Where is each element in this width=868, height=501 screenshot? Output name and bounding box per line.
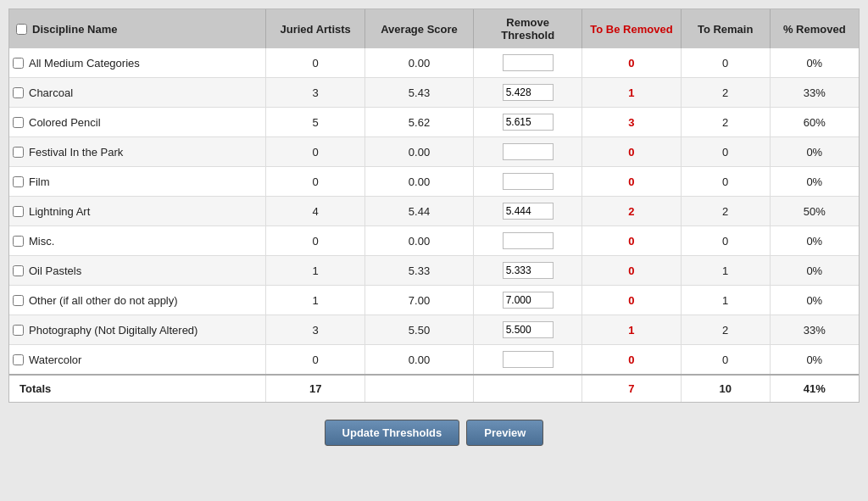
col-to-be-removed-header: To Be Removed [582,9,682,48]
threshold-input[interactable] [503,262,554,279]
col-remove-thresh-header: Remove Threshold [474,9,582,48]
juried-artists-cell: 1 [266,286,365,315]
pct-removed-cell: 0% [770,345,859,376]
pct-removed-cell: 50% [770,197,859,226]
average-score-cell: 5.50 [364,315,473,345]
discipline-cell: Colored Pencil [9,108,266,137]
row-checkbox[interactable] [13,325,24,336]
row-checkbox[interactable] [13,354,24,365]
update-thresholds-button[interactable]: Update Thresholds [325,420,460,446]
threshold-input[interactable] [503,173,554,190]
totals-label: Totals [9,375,266,402]
table-row: Festival In the Park00.00000% [9,137,859,167]
threshold-input[interactable] [503,114,554,131]
to-be-removed-cell: 1 [582,315,682,345]
threshold-input[interactable] [503,321,554,338]
discipline-name-text: Colored Pencil [29,116,101,129]
discipline-cell: Other (if all other do not apply) [9,286,266,315]
discipline-cell: All Medium Categories [9,48,266,78]
to-remain-cell: 0 [681,226,770,256]
average-score-cell: 7.00 [364,286,473,315]
select-all-checkbox[interactable] [16,24,27,35]
to-remain-cell: 2 [681,78,770,108]
threshold-cell [474,256,582,286]
row-checkbox[interactable] [13,87,24,98]
juried-artists-cell: 0 [266,48,365,78]
pct-removed-cell: 0% [770,167,859,197]
threshold-cell [474,286,582,315]
row-checkbox[interactable] [13,58,24,69]
row-checkbox[interactable] [13,236,24,247]
discipline-name-text: Misc. [29,235,54,248]
discipline-name-text: Watercolor [29,353,81,366]
table-row: Other (if all other do not apply)17.0001… [9,286,859,315]
preview-button[interactable]: Preview [466,420,543,446]
to-be-removed-cell: 2 [582,197,682,226]
threshold-cell [474,197,582,226]
row-checkbox[interactable] [13,206,24,217]
threshold-input[interactable] [503,84,554,101]
col-discipline-label: Discipline Name [32,23,117,36]
discipline-cell: Oil Pastels [9,256,266,286]
to-be-removed-cell: 1 [582,78,682,108]
discipline-cell: Festival In the Park [9,137,266,167]
juried-artists-cell: 4 [266,197,365,226]
threshold-input[interactable] [503,54,554,71]
row-checkbox[interactable] [13,147,24,158]
totals-to-remain: 10 [681,375,770,402]
discipline-name-text: Charcoal [29,86,73,99]
threshold-input[interactable] [503,143,554,160]
totals-to-be-removed: 7 [582,375,682,402]
average-score-cell: 0.00 [364,137,473,167]
threshold-cell [474,167,582,197]
col-juried-header: Juried Artists [266,9,365,48]
row-checkbox[interactable] [13,117,24,128]
to-remain-cell: 0 [681,345,770,376]
pct-removed-cell: 0% [770,256,859,286]
totals-thresh-empty [474,375,582,402]
row-checkbox[interactable] [13,295,24,306]
average-score-cell: 0.00 [364,226,473,256]
to-be-removed-cell: 0 [582,286,682,315]
discipline-name-text: Festival In the Park [29,146,123,159]
discipline-cell: Film [9,167,266,197]
col-to-remain-header: To Remain [681,9,770,48]
to-remain-cell: 0 [681,137,770,167]
discipline-name-text: Other (if all other do not apply) [29,294,178,307]
row-checkbox[interactable] [13,176,24,187]
table-row: Colored Pencil55.623260% [9,108,859,137]
discipline-table: Discipline Name Juried Artists Average S… [9,9,859,402]
to-remain-cell: 2 [681,315,770,345]
discipline-name-text: Film [29,175,50,188]
discipline-cell: Charcoal [9,78,266,108]
header-discipline: Discipline Name [9,9,266,48]
table-row: Film00.00000% [9,167,859,197]
table-row: Watercolor00.00000% [9,345,859,376]
average-score-cell: 5.33 [364,256,473,286]
totals-avg-empty [364,375,473,402]
pct-removed-cell: 0% [770,137,859,167]
juried-artists-cell: 0 [266,226,365,256]
average-score-cell: 0.00 [364,345,473,376]
to-remain-cell: 2 [681,108,770,137]
to-remain-cell: 1 [681,256,770,286]
to-remain-cell: 0 [681,167,770,197]
average-score-cell: 0.00 [364,48,473,78]
discipline-cell: Watercolor [9,345,266,376]
pct-removed-cell: 33% [770,315,859,345]
threshold-input[interactable] [503,203,554,220]
row-checkbox[interactable] [13,265,24,276]
threshold-cell [474,226,582,256]
juried-artists-cell: 3 [266,78,365,108]
average-score-cell: 5.62 [364,108,473,137]
threshold-input[interactable] [503,351,554,368]
threshold-input[interactable] [503,232,554,249]
threshold-input[interactable] [503,292,554,309]
table-row: Photography (Not Digitally Altered)35.50… [9,315,859,345]
discipline-cell: Lightning Art [9,197,266,226]
juried-artists-cell: 0 [266,345,365,376]
to-be-removed-cell: 0 [582,256,682,286]
juried-artists-cell: 1 [266,256,365,286]
table-row: Oil Pastels15.33010% [9,256,859,286]
pct-removed-cell: 0% [770,48,859,78]
